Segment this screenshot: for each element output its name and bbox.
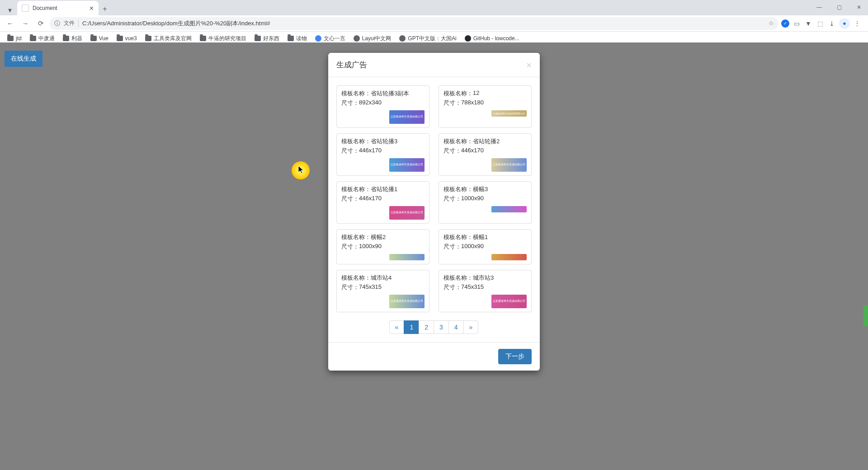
modal-header: 生成广告 ×	[328, 53, 540, 77]
filter-icon[interactable]: ▼	[804, 19, 813, 28]
check-badge-icon[interactable]: ✓	[781, 19, 789, 28]
modal-close-button[interactable]: ×	[526, 61, 532, 70]
bookmark-star-icon[interactable]: ☆	[769, 20, 774, 27]
reload-button[interactable]: ⟳	[34, 17, 47, 30]
bookmark-item[interactable]: GPT中文版：大国Ai	[396, 34, 459, 43]
bookmark-item[interactable]: 中废通	[27, 34, 57, 43]
new-tab-button[interactable]: +	[99, 3, 111, 15]
template-name-label: 模板名称：	[341, 233, 371, 241]
site-icon	[399, 35, 406, 42]
template-thumbnail	[491, 254, 527, 260]
bookmark-label: GPT中文版：大国Ai	[408, 35, 456, 42]
maximize-button[interactable]: ▢	[833, 3, 845, 12]
template-thumbnail	[389, 254, 425, 260]
template-size-value: 745x315	[359, 283, 382, 291]
template-name-value: 横幅1	[473, 233, 488, 241]
tab-close-icon[interactable]: ✕	[89, 5, 94, 12]
bookmark-item[interactable]: 利器	[60, 34, 85, 43]
bookmark-label: jtd	[16, 35, 22, 42]
template-card[interactable]: 模板名称：城市站3尺寸：745x315江苏废港再生资源有限公司	[439, 270, 532, 312]
pagination-page[interactable]: 4	[448, 320, 464, 334]
pagination: «1234»	[336, 320, 532, 334]
bookmark-item[interactable]: Vue	[88, 34, 111, 42]
template-size-value: 1000x90	[359, 243, 382, 251]
bookmark-label: 工具类库及官网	[154, 35, 192, 42]
template-card[interactable]: 模板名称：横幅1尺寸：1000x90	[439, 229, 532, 264]
bookmark-item[interactable]: 文心一言	[312, 34, 348, 43]
bookmark-item[interactable]: 牛逼的研究项目	[197, 34, 249, 43]
pagination-page[interactable]: 2	[419, 320, 434, 334]
address-bar[interactable]: ⓘ 文件 C:/Users/Administrator/Desktop/dom生…	[50, 17, 778, 30]
browser-tab[interactable]: Document ✕	[17, 1, 99, 15]
tab-title: Document	[33, 5, 57, 11]
page-content: 在线生成 生成广告 × 模板名称：省站轮播3副本尺寸：892x340江苏新港再生…	[0, 42, 868, 470]
downloads-icon[interactable]: ⤓	[827, 19, 836, 28]
template-thumbnail: 江苏新港再生资源有限公司	[389, 110, 425, 124]
next-step-button[interactable]: 下一步	[498, 349, 532, 364]
extensions-icon[interactable]: ⬚	[816, 19, 825, 28]
bookmark-item[interactable]: 读物	[285, 34, 310, 43]
pagination-page[interactable]: 3	[434, 320, 449, 334]
template-name-value: 省站轮播1	[371, 185, 397, 193]
template-thumbnail: 江苏废港再生资源有限公司	[491, 295, 527, 308]
bookmark-item[interactable]: Layui中文网	[351, 34, 394, 43]
divider	[78, 20, 79, 27]
browser-chrome: ▾ Document ✕ + — ▢ ✕ ← → ⟳ ⓘ 文件 C:/Users…	[0, 0, 868, 42]
profile-avatar[interactable]: ●	[839, 18, 850, 29]
bookmark-item[interactable]: jtd	[5, 34, 24, 42]
online-generate-button[interactable]: 在线生成	[5, 51, 42, 67]
template-name-value: 横幅2	[371, 233, 386, 241]
back-button[interactable]: ←	[4, 17, 16, 30]
site-icon	[315, 35, 321, 42]
template-card[interactable]: 模板名称：横幅2尺寸：1000x90	[336, 229, 429, 264]
template-card[interactable]: 模板名称：12尺寸：788x180沁福福金海生活蒸科技有限公司	[439, 85, 532, 128]
template-thumbnail: 江苏新港再生资源有限公司	[491, 158, 527, 172]
tab-search-dropdown[interactable]: ▾	[5, 5, 15, 15]
tab-strip: ▾ Document ✕ +	[0, 0, 868, 15]
bookmark-item[interactable]: 好东西	[252, 34, 282, 43]
template-name-value: 省站轮播2	[473, 137, 500, 146]
pagination-page[interactable]: 1	[404, 320, 419, 334]
modal-title: 生成广告	[336, 60, 367, 70]
address-bar-row: ← → ⟳ ⓘ 文件 C:/Users/Administrator/Deskto…	[0, 15, 868, 32]
template-card[interactable]: 模板名称：省站轮播3尺寸：446x170江苏新港再生资源有限公司	[336, 133, 429, 176]
bookmark-item[interactable]: vue3	[114, 34, 140, 42]
template-size-value: 1000x90	[461, 195, 484, 203]
folder-icon	[30, 36, 36, 41]
template-name-value: 省站轮播3	[371, 137, 397, 146]
template-card[interactable]: 模板名称：横幅3尺寸：1000x90	[439, 181, 532, 224]
folder-icon	[255, 36, 261, 41]
template-card[interactable]: 模板名称：省站轮播3副本尺寸：892x340江苏新港再生资源有限公司	[336, 85, 429, 128]
forward-button[interactable]: →	[19, 17, 32, 30]
template-card[interactable]: 模板名称：省站轮播1尺寸：446x170江苏新港再生资源有限公司	[336, 181, 429, 224]
template-card[interactable]: 模板名称：省站轮播2尺寸：446x170江苏新港再生资源有限公司	[439, 133, 532, 176]
pagination-next[interactable]: »	[463, 320, 479, 334]
template-name-value: 省站轮播3副本	[371, 89, 409, 98]
template-card[interactable]: 模板名称：城市站4尺寸：745x315江苏废港再生资源有限公司	[336, 270, 429, 312]
template-name-label: 模板名称：	[443, 274, 473, 282]
template-size-label: 尺寸：	[443, 99, 461, 107]
template-size-value: 892x340	[359, 99, 382, 107]
folder-icon	[63, 36, 69, 41]
pagination-prev[interactable]: «	[389, 320, 405, 334]
template-name-label: 模板名称：	[443, 185, 473, 193]
url-protocol-label: 文件	[64, 19, 75, 27]
menu-icon[interactable]: ⋮	[853, 19, 862, 28]
template-size-label: 尺寸：	[443, 243, 461, 251]
bookmark-item[interactable]: GitHub - lowcode...	[462, 34, 522, 42]
reader-icon[interactable]: ▭	[792, 19, 801, 28]
minimize-button[interactable]: —	[813, 3, 826, 12]
template-size-label: 尺寸：	[443, 195, 461, 203]
site-info-icon[interactable]: ⓘ	[54, 19, 60, 28]
bookmark-item[interactable]: 工具类库及官网	[142, 34, 194, 43]
close-window-button[interactable]: ✕	[853, 3, 865, 12]
template-name-label: 模板名称：	[341, 89, 371, 98]
window-controls: — ▢ ✕	[813, 3, 865, 12]
template-name-label: 模板名称：	[341, 185, 371, 193]
template-size-label: 尺寸：	[341, 243, 359, 251]
bookmark-label: GitHub - lowcode...	[473, 35, 519, 42]
github-icon	[465, 35, 471, 42]
folder-icon	[145, 36, 151, 41]
folder-icon	[200, 36, 206, 41]
template-size-value: 446x170	[359, 147, 382, 155]
